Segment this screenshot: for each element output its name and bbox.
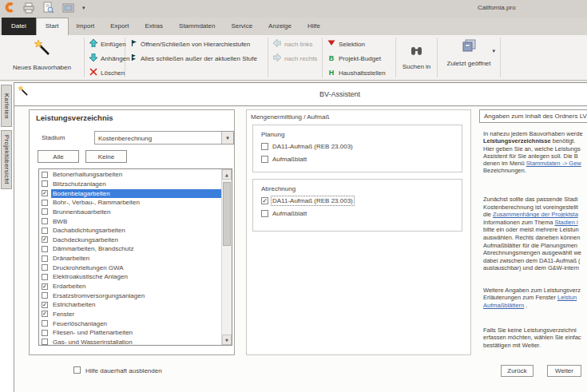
tab-datei[interactable]: Datei [2,18,36,35]
item-checkbox[interactable] [42,172,48,178]
item-checkbox[interactable] [42,255,48,262]
list-item[interactable]: ✓Erdarbeiten [39,282,221,291]
list-item[interactable]: Feuerlöschanlagen [39,319,221,328]
item-checkbox[interactable] [42,330,48,336]
print-preview-icon[interactable] [42,2,54,14]
weiter-button[interactable]: Weiter [547,365,581,377]
item-checkbox[interactable] [42,292,48,299]
help-link[interactable]: Stammdaten -> Gew [526,160,581,167]
tab-stammdaten[interactable]: Stammdaten [171,18,223,35]
keine-button[interactable]: Keine [85,150,127,163]
item-checkbox[interactable] [42,274,48,280]
list-item[interactable]: Fliesen- und Plattenarbeiten [39,328,221,338]
list-item[interactable]: Dämmarbeiten, Brandschutz [39,244,221,254]
letter-h-icon: H [327,69,335,77]
item-checkbox[interactable]: ✓ [42,236,48,243]
help-link[interactable]: Leistun [557,294,577,301]
zuletzt-geoeffnet-button[interactable]: Zuletzt geöffnet [438,35,500,80]
help-text-segment: Zunächst sollte das passende Stadi [483,196,577,203]
item-checkbox[interactable]: ✓ [42,311,48,317]
quick-access-overflow-caret-icon[interactable]: ▾ [82,5,85,11]
scroll-down-button[interactable]: ▼ [222,335,232,345]
loeschen-label: Löschen [101,69,125,77]
recent-dropdown-caret-icon[interactable]: ▾ [492,48,495,54]
export-view-icon[interactable] [61,2,75,14]
tab-export[interactable]: Export [102,18,137,35]
list-item[interactable]: Betonerhaltungsarbeiten [39,170,221,180]
combo-dropdown-button[interactable]: ▾ [221,132,233,144]
list-item[interactable]: ✓Bodenbelagarbeiten [39,188,221,198]
printer-icon[interactable] [22,2,35,14]
item-checkbox[interactable] [42,218,48,224]
item-checkbox[interactable] [42,339,48,345]
option-checkbox[interactable] [261,210,268,217]
zurueck-button[interactable]: Zurück [501,365,533,377]
loeschen-button[interactable]: Löschen [85,66,125,79]
item-checkbox[interactable] [42,180,48,187]
tab-hilfe[interactable]: Hilfe [299,18,328,35]
list-item[interactable]: Dachabdichtungsarbeiten [39,226,221,236]
zuletzt-geoeffnet-label: Zuletzt geöffnet [447,60,491,67]
stadium-combobox[interactable]: Kostenberechnung ▾ [94,131,234,145]
list-item[interactable]: Elektroakustische Anlagen [39,272,221,282]
list-item[interactable]: ✓Dachdeckungsarbeiten [39,235,221,244]
help-line: erfassen möchten, wählen Sie einfac [483,334,587,341]
list-item[interactable]: Gas- und Wasserinstallation [39,338,221,346]
item-checkbox[interactable] [42,246,48,252]
help-text-segment: Erläuterungen zum Fenster [483,294,557,301]
item-checkbox[interactable]: ✓ [42,283,48,290]
help-line: Bezeichnungen. [483,167,587,174]
tab-extras[interactable]: Extras [137,18,171,35]
tab-anzeige[interactable]: Anzeige [260,18,299,35]
list-item[interactable]: Dränarbeiten [39,254,221,263]
option-checkbox[interactable]: ✓ [261,197,268,204]
list-item[interactable]: Brunnenbauarbeiten [39,208,221,217]
neues-bauvorhaben-button[interactable]: Neues Bauvorhaben [0,35,84,80]
aufmass-option[interactable]: ✓DA11-Aufmaß (REB 23.003) [261,197,462,204]
item-checkbox[interactable]: ✓ [42,302,48,308]
selektion-button[interactable]: Selektion [323,38,395,50]
alles-schliessen-button[interactable]: Alles schließen außer der aktuellen Stuf… [125,52,268,65]
hierarchiestufen-button[interactable]: Öffnen/Schließen von Hierarchiestufen [125,38,268,50]
option-checkbox[interactable] [261,156,268,163]
aufmass-option[interactable]: Aufmaßblatt [261,156,462,163]
projekt-budget-button[interactable]: B Projekt-Budget [323,52,395,65]
insert-up-arrow-icon [89,39,97,49]
list-item[interactable]: ✓Fenster [39,310,221,319]
item-checkbox[interactable] [42,208,48,215]
einfuegen-button[interactable]: Einfügen [85,38,125,50]
scroll-up-button[interactable]: ▲ [222,169,232,180]
item-checkbox[interactable] [42,320,48,327]
sidebar-tab-karteien[interactable]: Karteien [1,85,12,127]
tab-service[interactable]: Service [223,18,260,35]
hide-help-checkbox[interactable] [73,366,81,374]
suchen-in-button[interactable]: Suchen in [396,35,437,80]
list-item[interactable]: BWB [39,216,221,226]
list-item[interactable]: ✓Estricharbeiten [39,300,221,310]
sidebar-tab-projektuebersicht[interactable]: Projektübersicht [1,130,12,189]
list-item[interactable]: Druckrohrleitungen GWA [39,263,221,272]
aufmass-option[interactable]: Aufmaßblatt [261,210,462,217]
help-link[interactable]: Stadien i [555,219,578,226]
nach-links-button[interactable]: nach links [268,38,322,50]
scrollbar-thumb[interactable] [223,182,231,246]
item-checkbox[interactable] [42,200,48,206]
tab-start[interactable]: Start [36,18,69,35]
help-link[interactable]: Zusammenhänge der Projektsta [493,211,578,218]
list-item[interactable]: Bohr-, Verbau-, Rammarbeiten [39,198,221,208]
item-label: Brunnenbauarbeiten [51,208,221,216]
aufmass-option[interactable]: DA11-Aufmaß (REB 23.003) [261,143,462,150]
option-checkbox[interactable] [261,143,268,150]
item-checkbox[interactable] [42,264,48,271]
item-checkbox[interactable] [42,228,48,234]
haushaltsstellen-button[interactable]: H Haushaltsstellen [323,66,395,79]
nach-rechts-button[interactable]: nach rechts [268,52,322,65]
list-item[interactable]: Blitzschutzanlagen [39,180,221,189]
anhaengen-button[interactable]: Anhängen [85,52,125,65]
help-link[interactable]: Aufmaßblättern [483,302,524,309]
list-item[interactable]: Ersatzstromversorgungsanlagen [39,291,221,300]
selection-triangle-icon [327,40,335,48]
item-checkbox[interactable]: ✓ [42,190,48,196]
alle-button[interactable]: Alle [38,150,79,163]
tab-import[interactable]: Import [69,18,103,35]
